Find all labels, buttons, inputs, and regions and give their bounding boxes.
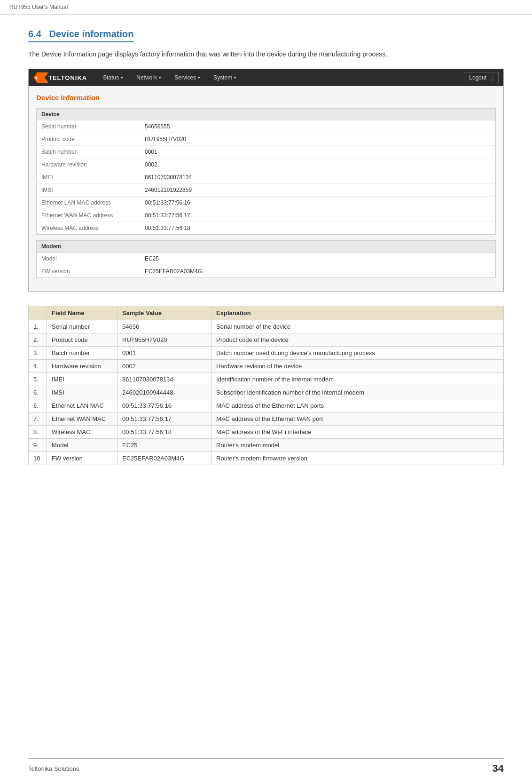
table-row: 6. IMSI 246020100944448 Subscriber ident…: [29, 386, 504, 399]
table-row: 4. Hardware revision 0002 Hardware revis…: [29, 360, 504, 373]
table-cell-value: 0002: [117, 360, 211, 373]
table-cell-explanation: MAC address of the Wi-Fi interface: [211, 426, 504, 439]
logo-text: TELTONIKA: [48, 74, 87, 81]
table-cell-explanation: MAC address of the Ethernet WAN port: [211, 412, 504, 426]
device-section: Device Serial number 54656555 Product co…: [36, 108, 496, 235]
table-cell-value: 00:51:33:77:56:18: [117, 426, 211, 439]
table-cell-num: 6.: [29, 386, 47, 399]
info-row-eth-lan-mac: Ethernet LAN MAC address 00:51:33:77:56:…: [37, 197, 495, 209]
logout-button[interactable]: Logout ⬚: [464, 72, 499, 83]
router-body: Device Information Device Serial number …: [29, 86, 503, 291]
info-row-imei: IMEI 861107030078134: [37, 171, 495, 184]
table-cell-value: EC25: [117, 439, 211, 452]
table-cell-field: FW version: [47, 452, 117, 465]
nav-network-arrow: ▾: [159, 75, 161, 80]
table-cell-field: IMEI: [47, 373, 117, 386]
logout-icon: ⬚: [488, 74, 493, 81]
table-cell-field: Ethernet WAN MAC: [47, 412, 117, 426]
nav-services[interactable]: Services ▾: [168, 69, 207, 86]
intro-paragraph: The Device Information page displays fac…: [28, 49, 504, 59]
table-cell-num: 2.: [29, 333, 47, 347]
table-row: 2. Product code RUT955H7V020 Product cod…: [29, 333, 504, 347]
field-reference-table: Field Name Sample Value Explanation 1. S…: [28, 306, 504, 465]
table-cell-value: RUT955H7V020: [117, 333, 211, 347]
table-cell-explanation: Router's modem model: [211, 439, 504, 452]
table-row: 9. Model EC25 Router's modem model: [29, 439, 504, 452]
info-row-product-code: Product code RUT955H7V020: [37, 133, 495, 146]
table-row: 3. Batch number 0001 Batch number used d…: [29, 347, 504, 360]
nav-system[interactable]: System ▾: [207, 69, 243, 86]
table-cell-num: 7.: [29, 412, 47, 426]
info-row-model: Model EC25: [37, 253, 495, 265]
info-row-eth-wan-mac: Ethernet WAN MAC address 00:51:33:77:56:…: [37, 209, 495, 222]
table-row: 8. Wireless MAC 00:51:33:77:56:18 MAC ad…: [29, 426, 504, 439]
table-cell-field: Serial number: [47, 320, 117, 333]
nav-status[interactable]: Status ▾: [96, 69, 130, 86]
router-logo: T TELTONIKA: [33, 72, 87, 83]
table-cell-field: Hardware revision: [47, 360, 117, 373]
table-cell-field: Ethernet LAN MAC: [47, 399, 117, 412]
footer-page-number: 34: [493, 762, 504, 775]
section-heading: 6.4 Device information: [28, 29, 134, 42]
nav-items: Status ▾ Network ▾ Services ▾ System ▾: [96, 69, 464, 86]
info-row-imsi: IMSI 246012101922859: [37, 184, 495, 197]
table-cell-num: 8.: [29, 426, 47, 439]
table-header-value: Sample Value: [117, 306, 211, 320]
info-row-fw-version: FW version EC25EFAR02A03M4G: [37, 265, 495, 277]
nav-system-arrow: ▾: [234, 75, 236, 80]
table-row: 6. Ethernet LAN MAC 00:51:33:77:56:16 MA…: [29, 399, 504, 412]
table-cell-value: 246020100944448: [117, 386, 211, 399]
table-cell-field: Product code: [47, 333, 117, 347]
nav-network[interactable]: Network ▾: [130, 69, 168, 86]
table-row: 7. Ethernet WAN MAC 00:51:33:77:56:17 MA…: [29, 412, 504, 426]
page-footer: Teltonika Solutions 34: [28, 758, 504, 775]
table-cell-explanation: Hardware revision of the device: [211, 360, 504, 373]
table-cell-explanation: Router's modem firmware version: [211, 452, 504, 465]
main-content: 6.4 Device information The Device Inform…: [0, 15, 532, 493]
table-cell-field: Model: [47, 439, 117, 452]
section-title: Device information: [49, 29, 133, 39]
table-cell-explanation: MAC address of the Ethernet LAN ports: [211, 399, 504, 412]
table-cell-field: Wireless MAC: [47, 426, 117, 439]
info-row-batch: Batch number 0001: [37, 146, 495, 158]
table-cell-explanation: Product code of the device: [211, 333, 504, 347]
table-cell-field: Batch number: [47, 347, 117, 360]
table-row: 10. FW version EC25EFAR02A03M4G Router's…: [29, 452, 504, 465]
table-row: 1. Serial number 54656 Serial number of …: [29, 320, 504, 333]
table-cell-num: 1.: [29, 320, 47, 333]
table-cell-value: 861107030078134: [117, 373, 211, 386]
table-cell-num: 10.: [29, 452, 47, 465]
table-cell-explanation: Subscriber identification number of the …: [211, 386, 504, 399]
router-navbar: T TELTONIKA Status ▾ Network ▾ Services …: [29, 69, 503, 86]
info-row-serial: Serial number 54656555: [37, 120, 495, 133]
table-cell-value: EC25EFAR02A03M4G: [117, 452, 211, 465]
modem-section-header: Modem: [37, 241, 495, 253]
table-cell-value: 54656: [117, 320, 211, 333]
footer-company: Teltonika Solutions: [28, 765, 79, 772]
table-header-explanation: Explanation: [211, 306, 504, 320]
page-header: RUT955 User's Manual: [0, 0, 532, 15]
info-row-wireless-mac: Wireless MAC address 00:51:33:77:56:18: [37, 222, 495, 234]
table-cell-explanation: Identification number of the internal mo…: [211, 373, 504, 386]
table-row: 5. IMEI 861107030078134 Identification n…: [29, 373, 504, 386]
modem-section: Modem Model EC25 FW version EC25EFAR02A0…: [36, 240, 496, 278]
nav-services-arrow: ▾: [198, 75, 200, 80]
device-section-header: Device: [37, 109, 495, 120]
manual-title: RUT955 User's Manual: [9, 4, 68, 10]
table-cell-num: 6.: [29, 399, 47, 412]
table-cell-explanation: Serial number of the device: [211, 320, 504, 333]
table-cell-num: 9.: [29, 439, 47, 452]
router-ui-screenshot: T TELTONIKA Status ▾ Network ▾ Services …: [28, 69, 504, 292]
svg-text:T: T: [35, 76, 38, 80]
table-cell-explanation: Batch number used during device's manufa…: [211, 347, 504, 360]
info-row-hw-revision: Hardware revision 0002: [37, 158, 495, 171]
nav-status-arrow: ▾: [121, 75, 123, 80]
table-cell-value: 0001: [117, 347, 211, 360]
table-cell-value: 00:51:33:77:56:16: [117, 399, 211, 412]
device-info-title: Device Information: [36, 94, 496, 102]
section-number: 6.4: [28, 29, 41, 39]
teltonika-logo-icon: T: [33, 72, 48, 83]
table-cell-value: 00:51:33:77:56:17: [117, 412, 211, 426]
table-header-num: [29, 306, 47, 320]
table-cell-num: 4.: [29, 360, 47, 373]
